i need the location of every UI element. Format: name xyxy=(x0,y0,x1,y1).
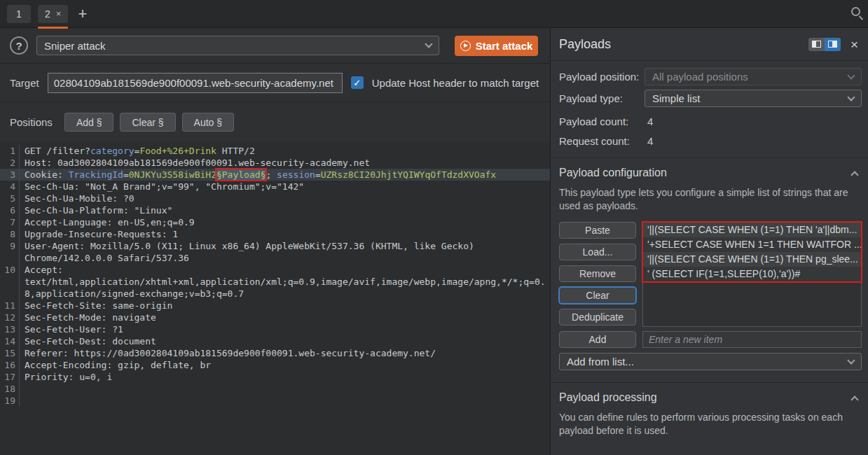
request-line[interactable]: 12Sec-Fetch-Mode: navigate xyxy=(0,312,550,323)
layout-left-icon[interactable] xyxy=(808,38,825,51)
line-content: GET /filter?category=Food+%26+Drink HTTP… xyxy=(19,145,550,157)
payload-item[interactable]: '+SELECT CASE WHEN 1=1 THEN WAITFOR ... xyxy=(643,237,861,252)
attack-type-row: ? Sniper attack Start attack xyxy=(0,28,550,64)
line-content xyxy=(19,395,550,407)
line-number: 7 xyxy=(0,216,19,228)
line-number: 19 xyxy=(0,395,19,407)
line-number: 6 xyxy=(0,204,19,216)
line-number: 1 xyxy=(0,145,19,157)
line-content: Sec-Fetch-User: ?1 xyxy=(19,323,550,335)
payload-item[interactable]: '||(SELECT CASE WHEN (1=1) THEN 'a'||dbm… xyxy=(643,223,861,237)
target-row: Target ✓ Update Host header to match tar… xyxy=(0,64,550,102)
payload-item[interactable]: '||(SELECT CASE WHEN (1=1) THEN pg_slee.… xyxy=(643,252,861,267)
auto-section-button[interactable]: Auto § xyxy=(182,113,234,132)
chevron-down-icon xyxy=(847,356,855,364)
attack-type-value: Sniper attack xyxy=(44,40,106,52)
deduplicate-button[interactable]: Deduplicate xyxy=(559,309,636,326)
attack-tab-1[interactable]: 1 xyxy=(7,5,31,23)
payload-item[interactable]: ' (SELECT IF(1=1,SLEEP(10),'a'))# xyxy=(643,267,861,281)
line-content: Cookie: TrackingId=0NJKYu3S58iwBiH2§Payl… xyxy=(19,169,550,181)
payload-type-row: Payload type: Simple list xyxy=(559,90,862,107)
add-button[interactable]: Add xyxy=(559,331,636,348)
request-line[interactable]: 11Sec-Fetch-Site: same-origin xyxy=(0,300,550,312)
payload-processing-header[interactable]: Payload processing xyxy=(559,383,862,411)
positions-label: Positions xyxy=(10,116,53,128)
request-editor[interactable]: 1GET /filter?category=Food+%26+Drink HTT… xyxy=(0,142,550,455)
request-line[interactable]: 4Sec-Ch-Ua: "Not_A Brand";v="99", "Chrom… xyxy=(0,181,550,192)
add-section-button[interactable]: Add § xyxy=(64,113,114,132)
play-icon xyxy=(460,41,471,51)
request-line[interactable]: 1GET /filter?category=Food+%26+Drink HTT… xyxy=(0,145,550,157)
request-line[interactable]: 8Upgrade-Insecure-Requests: 1 xyxy=(0,228,550,240)
request-line[interactable]: 17Priority: u=0, i xyxy=(0,371,550,383)
request-line[interactable]: 19 xyxy=(0,395,550,407)
attack-tab-bar: 1 2 × + xyxy=(0,0,868,28)
request-line[interactable]: 14Sec-Fetch-Dest: document xyxy=(0,335,550,347)
payload-configuration-title: Payload configuration xyxy=(559,167,667,179)
help-icon[interactable]: ? xyxy=(10,36,28,55)
chevron-down-icon xyxy=(847,93,855,101)
search-icon[interactable] xyxy=(851,7,867,22)
payload-type-select[interactable]: Simple list xyxy=(645,90,862,107)
request-line[interactable]: 3Cookie: TrackingId=0NJKYu3S58iwBiH2§Pay… xyxy=(0,169,550,181)
line-content: Sec-Fetch-Dest: document xyxy=(19,335,550,347)
request-line[interactable]: 10Accept: text/html,application/xhtml+xm… xyxy=(0,264,550,300)
paste-button[interactable]: Paste xyxy=(559,222,636,239)
line-number: 11 xyxy=(0,300,19,312)
chevron-down-icon xyxy=(425,40,432,48)
line-number: 16 xyxy=(0,359,19,371)
line-content: Accept-Encoding: gzip, deflate, br xyxy=(19,359,550,371)
request-line[interactable]: 5Sec-Ch-Ua-Mobile: ?0 xyxy=(0,192,550,204)
line-content: Sec-Fetch-Mode: navigate xyxy=(19,312,550,323)
remove-button[interactable]: Remove xyxy=(559,265,636,282)
payload-configuration-description: This payload type lets you configure a s… xyxy=(559,186,862,213)
close-panel-icon[interactable]: × xyxy=(850,38,858,51)
chevron-up-icon[interactable] xyxy=(850,171,858,178)
attack-config-pane: ? Sniper attack Start attack Target ✓ Up… xyxy=(0,28,550,455)
chevron-down-icon xyxy=(847,71,855,79)
load-button[interactable]: Load... xyxy=(559,244,636,260)
line-number: 12 xyxy=(0,312,19,323)
request-line[interactable]: 15Referer: https://0ad3002804109ab181569… xyxy=(0,347,550,359)
burp-intruder-window: 1 2 × + ? Sniper attack Start attack xyxy=(0,0,868,455)
clear-section-button[interactable]: Clear § xyxy=(120,113,175,132)
payload-list-items: '||(SELECT CASE WHEN (1=1) THEN 'a'||dbm… xyxy=(643,223,861,281)
request-line[interactable]: 2Host: 0ad3002804109ab181569de900f00091.… xyxy=(0,157,550,169)
payload-position-select: All payload positions xyxy=(645,68,862,85)
add-from-list-select[interactable]: Add from list... xyxy=(559,353,862,370)
line-number: 4 xyxy=(0,181,19,192)
new-item-input[interactable] xyxy=(642,331,862,348)
chevron-up-icon[interactable] xyxy=(850,396,858,403)
request-line[interactable]: 18 xyxy=(0,383,550,395)
new-tab-button[interactable]: + xyxy=(75,6,90,22)
tab-label: 1 xyxy=(16,8,22,20)
line-number: 18 xyxy=(0,383,19,395)
payload-type-label: Payload type: xyxy=(559,92,645,104)
request-line[interactable]: 7Accept-Language: en-US,en;q=0.9 xyxy=(0,216,550,228)
payload-list[interactable]: '||(SELECT CASE WHEN (1=1) THEN 'a'||dbm… xyxy=(642,222,862,327)
clear-button[interactable]: Clear xyxy=(559,287,636,304)
line-number: 14 xyxy=(0,335,19,347)
line-content xyxy=(19,383,550,395)
layout-right-icon[interactable] xyxy=(825,38,841,51)
line-number: 8 xyxy=(0,228,19,240)
attack-type-select[interactable]: Sniper attack xyxy=(36,36,439,55)
request-line[interactable]: 6Sec-Ch-Ua-Platform: "Linux" xyxy=(0,204,550,216)
update-host-label: Update Host header to match target xyxy=(372,77,539,89)
request-count-value: 4 xyxy=(645,135,653,147)
target-input[interactable] xyxy=(48,73,343,93)
tab-label: 2 xyxy=(45,8,50,20)
request-line[interactable]: 13Sec-Fetch-User: ?1 xyxy=(0,323,550,335)
start-attack-button[interactable]: Start attack xyxy=(455,36,538,56)
payloads-panel-body: Payload position: All payload positions … xyxy=(551,61,868,455)
request-line[interactable]: 16Accept-Encoding: gzip, deflate, br xyxy=(0,359,550,371)
line-content: Sec-Ch-Ua: "Not_A Brand";v="99", "Chromi… xyxy=(19,181,550,192)
request-line[interactable]: 9User-Agent: Mozilla/5.0 (X11; Linux x86… xyxy=(0,240,550,264)
payload-configuration-header[interactable]: Payload configuration xyxy=(559,158,862,186)
payload-count-row: Payload count: 4 xyxy=(559,111,862,131)
line-content: Sec-Ch-Ua-Platform: "Linux" xyxy=(19,204,550,216)
line-number: 13 xyxy=(0,323,19,335)
update-host-checkbox[interactable]: ✓ xyxy=(351,76,364,89)
attack-tab-2[interactable]: 2 × xyxy=(38,5,68,23)
tab-close-icon[interactable]: × xyxy=(56,8,62,19)
